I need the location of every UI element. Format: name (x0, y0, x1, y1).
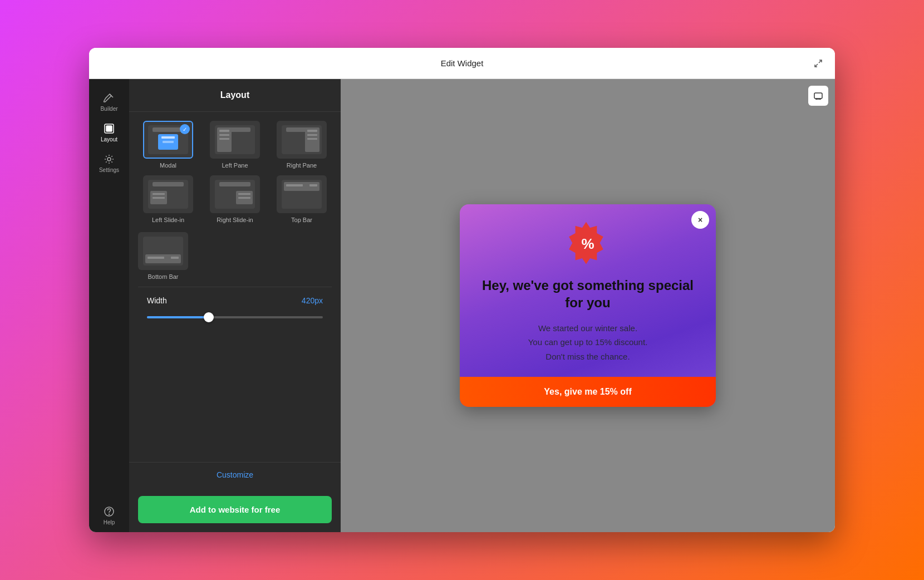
sidebar-item-help[interactable]: Help (92, 502, 126, 532)
layout-label-right-pane: Right Pane (287, 162, 317, 169)
preview-area: × % Hey, we've got something special for… (341, 79, 835, 532)
badge-star-icon: % (566, 221, 610, 266)
layout-grid: ✓ Modal (138, 121, 332, 223)
widget-badge: % (566, 221, 610, 266)
layout-item-right-pane[interactable]: Right Pane (272, 121, 332, 169)
svg-rect-24 (307, 138, 317, 140)
width-label: Width (147, 296, 167, 305)
main-content: Builder Layout Settings (89, 79, 835, 532)
layout-thumb-top-bar[interactable] (277, 175, 327, 213)
width-section: Width 420px (138, 287, 332, 332)
svg-rect-16 (219, 130, 229, 132)
sidebar-item-settings[interactable]: Settings (92, 149, 126, 178)
svg-rect-41 (148, 257, 164, 259)
svg-rect-38 (309, 184, 317, 186)
svg-rect-33 (238, 193, 250, 195)
sidebar-item-layout[interactable]: Layout (92, 119, 126, 147)
svg-point-5 (107, 158, 111, 161)
layout-item-modal[interactable]: ✓ Modal (138, 121, 198, 169)
layout-label-bottom-bar: Bottom Bar (148, 273, 178, 280)
layout-label-right-slide-in: Right Slide-in (217, 217, 253, 223)
sidebar-help-label: Help (104, 519, 115, 525)
layout-label-top-bar: Top Bar (291, 217, 312, 223)
svg-rect-37 (286, 184, 303, 186)
title-bar: Edit Widget (89, 48, 835, 79)
layout-thumb-left-slide-in[interactable] (143, 175, 193, 213)
layout-grid-section: ✓ Modal (129, 112, 341, 462)
widget-close-button[interactable]: × (691, 211, 709, 229)
panel-heading: Layout (129, 79, 341, 112)
svg-rect-31 (219, 182, 250, 186)
width-value: 420px (302, 296, 323, 305)
layout-thumb-bottom-bar[interactable] (138, 232, 188, 270)
add-to-website-button[interactable]: Add to website for free (138, 496, 332, 523)
expand-button[interactable] (810, 56, 826, 71)
sidebar-builder-label: Builder (100, 106, 117, 112)
svg-text:%: % (581, 235, 594, 252)
svg-rect-9 (153, 127, 184, 132)
svg-rect-11 (161, 136, 175, 139)
width-row: Width 420px (147, 296, 323, 305)
layout-item-bottom-bar[interactable]: Bottom Bar (138, 232, 188, 280)
left-panel: Layout ✓ (129, 79, 341, 532)
svg-rect-26 (153, 182, 184, 186)
widget-subtext: We started our winter sale. You can get … (528, 321, 648, 364)
sidebar-item-builder[interactable]: Builder (92, 88, 126, 116)
svg-rect-23 (307, 134, 317, 136)
selected-checkmark: ✓ (180, 124, 190, 134)
device-toggle-button[interactable] (808, 86, 828, 106)
svg-rect-28 (153, 193, 165, 195)
layout-thumb-modal[interactable]: ✓ (143, 121, 193, 159)
close-icon: × (698, 215, 702, 224)
window-title: Edit Widget (441, 58, 484, 68)
svg-rect-34 (238, 197, 250, 199)
app-window: Edit Widget Builder (89, 48, 835, 532)
layout-label-left-pane: Left Pane (222, 162, 248, 169)
svg-point-7 (109, 514, 110, 515)
widget-headline: Hey, we've got something special for you (476, 277, 699, 311)
svg-rect-18 (219, 138, 229, 140)
svg-rect-42 (171, 257, 179, 259)
layout-label-modal: Modal (160, 162, 176, 169)
sidebar-icons: Builder Layout Settings (89, 79, 129, 532)
widget-body: % Hey, we've got something special for y… (460, 204, 716, 364)
layout-thumb-right-slide-in[interactable] (210, 175, 260, 213)
layout-thumb-right-pane[interactable] (277, 121, 327, 159)
svg-rect-43 (814, 93, 822, 99)
widget-cta-button[interactable]: Yes, give me 15% off (460, 377, 716, 407)
sidebar-settings-label: Settings (99, 167, 119, 173)
svg-rect-12 (163, 141, 174, 143)
layout-item-left-slide-in[interactable]: Left Slide-in (138, 175, 198, 223)
width-slider[interactable] (147, 312, 323, 323)
layout-item-left-pane[interactable]: Left Pane (205, 121, 265, 169)
layout-item-top-bar[interactable]: Top Bar (272, 175, 332, 223)
layout-item-right-slide-in[interactable]: Right Slide-in (205, 175, 265, 223)
customize-link[interactable]: Customize (129, 462, 341, 487)
widget-popup: × % Hey, we've got something special for… (460, 204, 716, 407)
sidebar-layout-label: Layout (101, 136, 117, 142)
widget-cta: Yes, give me 15% off (460, 377, 716, 407)
svg-rect-22 (307, 130, 317, 132)
layout-label-left-slide-in: Left Slide-in (152, 217, 184, 223)
svg-rect-17 (219, 134, 229, 136)
add-button-container: Add to website for free (129, 487, 341, 532)
svg-rect-29 (153, 197, 165, 199)
svg-rect-4 (106, 126, 112, 131)
layout-thumb-left-pane[interactable] (210, 121, 260, 159)
